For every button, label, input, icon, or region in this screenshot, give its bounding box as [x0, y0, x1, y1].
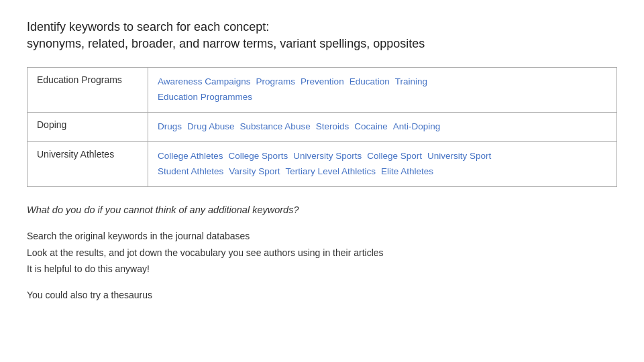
keyword-item: Anti-Doping	[393, 121, 441, 131]
keyword-item: Tertiary Level Athletics	[286, 166, 376, 176]
title-line2: synonyms, related, broader, and narrow t…	[27, 37, 425, 50]
page: Identify keywords to search for each con…	[0, 0, 644, 331]
keywords-table: Education ProgramsAwareness CampaignsPro…	[27, 67, 617, 187]
paragraph2: You could also try a thesaurus	[27, 287, 617, 304]
keyword-item: Student Athletes	[158, 166, 223, 176]
table-row: University AthletesCollege AthletesColle…	[28, 142, 617, 187]
keyword-item: Varsity Sport	[229, 166, 280, 176]
para1-line2: Look at the results, and jot down the vo…	[27, 247, 384, 258]
bottom-text: What do you do if you cannot think of an…	[27, 202, 617, 303]
paragraph1: Search the original keywords in the jour…	[27, 228, 617, 278]
keyword-item: Drug Abuse	[187, 121, 235, 131]
keyword-item: College Sport	[367, 151, 422, 161]
para2: You could also try a thesaurus	[27, 290, 152, 300]
keyword-item: Cocaine	[354, 121, 388, 131]
concept-cell: Doping	[28, 113, 148, 142]
table-row: DopingDrugsDrug AbuseSubstance AbuseSter…	[28, 113, 617, 142]
keywords-cell: Awareness CampaignsProgramsPreventionEdu…	[148, 68, 617, 113]
concept-cell: University Athletes	[28, 142, 148, 187]
keyword-item: Education Programmes	[158, 92, 252, 102]
keyword-item: College Athletes	[158, 151, 223, 161]
table-row: Education ProgramsAwareness CampaignsPro…	[28, 68, 617, 113]
question-text: What do you do if you cannot think of an…	[27, 202, 617, 219]
keyword-item: University Sports	[293, 151, 362, 161]
para1-line3: It is helpful to do this anyway!	[27, 263, 150, 274]
concept-cell: Education Programs	[28, 68, 148, 113]
keyword-item: College Sports	[229, 151, 288, 161]
keyword-item: Prevention	[301, 76, 344, 86]
keywords-cell: DrugsDrug AbuseSubstance AbuseSteroidsCo…	[148, 113, 617, 142]
keyword-item: Programs	[256, 76, 296, 86]
title-line1: Identify keywords to search for each con…	[27, 20, 269, 34]
keyword-item: Drugs	[158, 121, 182, 131]
keyword-item: Training	[395, 76, 427, 86]
keyword-item: Awareness Campaigns	[158, 76, 251, 86]
keyword-item: Elite Athletes	[381, 166, 433, 176]
keywords-cell: College AthletesCollege SportsUniversity…	[148, 142, 617, 187]
para1-line1: Search the original keywords in the jour…	[27, 231, 250, 241]
keyword-item: University Sport	[427, 151, 491, 161]
keyword-item: Education	[350, 76, 390, 86]
keyword-item: Substance Abuse	[240, 121, 311, 131]
page-title: Identify keywords to search for each con…	[27, 19, 617, 52]
keyword-item: Steroids	[316, 121, 350, 131]
